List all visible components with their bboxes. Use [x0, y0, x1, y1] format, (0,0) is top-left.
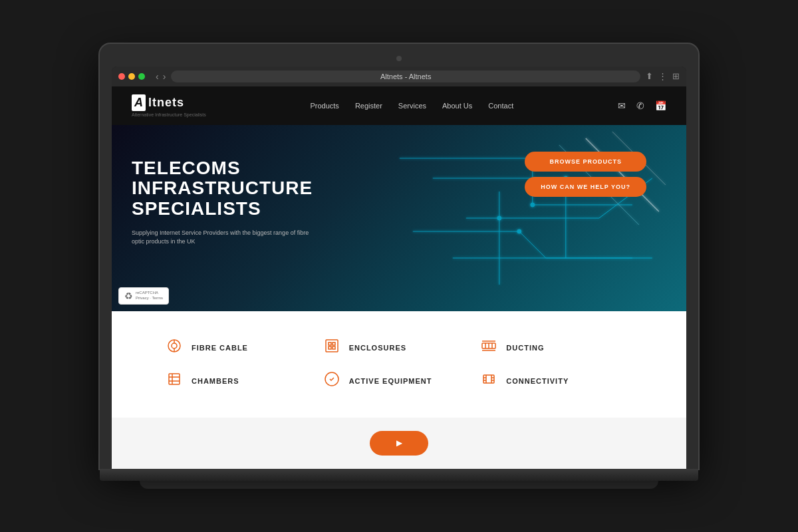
hero-buttons: BROWSE PRODUCTS HOW CAN WE HELP YOU?: [525, 152, 646, 197]
enclosures-label: ENCLOSURES: [349, 344, 406, 352]
forward-button[interactable]: ›: [163, 71, 166, 82]
camera: [396, 56, 402, 61]
close-button[interactable]: [118, 73, 125, 80]
laptop-frame: ‹ › Altnets - Altnets ⬆ ⋮ ⊞: [100, 44, 698, 489]
share-icon[interactable]: ⬆: [646, 71, 653, 81]
address-bar[interactable]: Altnets - Altnets: [171, 70, 640, 82]
phone-icon[interactable]: ✆: [636, 100, 644, 111]
more-icon[interactable]: ⋮: [658, 71, 667, 81]
logo-text: ltnets: [148, 96, 184, 110]
nav-services[interactable]: Services: [398, 102, 426, 110]
browser-nav: ‹ ›: [156, 71, 166, 82]
maximize-button[interactable]: [138, 73, 145, 80]
svg-point-21: [172, 343, 177, 348]
category-connectivity[interactable]: CONNECTIVITY: [481, 371, 632, 391]
hero-content: TELECOMS INFRASTRUCTURE SPECIALISTS Supp…: [132, 158, 398, 247]
laptop-foot: [140, 481, 658, 489]
active-equipment-icon: [324, 371, 342, 391]
svg-rect-35: [169, 374, 180, 384]
browse-products-button[interactable]: BROWSE PRODUCTS: [525, 152, 646, 172]
browser-actions: ⬆ ⋮ ⊞: [646, 71, 680, 81]
logo-icon: A: [132, 94, 146, 111]
hero-subtitle: Supplying Internet Service Providers wit…: [132, 229, 318, 247]
active-equipment-label: ACTIVE EQUIPMENT: [349, 377, 432, 385]
calendar-icon[interactable]: 📅: [655, 100, 666, 111]
logo-tagline: Alternative Infrastructure Specialists: [132, 112, 206, 117]
svg-rect-27: [329, 346, 331, 349]
website-content: A ltnets Alternative Infrastructure Spec…: [112, 86, 686, 469]
svg-rect-25: [329, 342, 331, 345]
hero-title: TELECOMS INFRASTRUCTURE SPECIALISTS: [132, 158, 398, 219]
svg-point-13: [531, 203, 535, 207]
svg-rect-40: [483, 375, 494, 383]
nav-contact[interactable]: Contact: [488, 102, 513, 110]
site-navbar: A ltnets Alternative Infrastructure Spec…: [112, 86, 686, 125]
ducting-label: DUCTING: [506, 344, 544, 352]
screen-bezel: ‹ › Altnets - Altnets ⬆ ⋮ ⊞: [100, 44, 698, 469]
category-chambers[interactable]: CHAMBERS: [166, 371, 317, 391]
categories-section: FIBRE CABLE: [112, 311, 686, 418]
minimize-button[interactable]: [128, 73, 135, 80]
email-icon[interactable]: ✉: [618, 100, 626, 111]
enclosures-icon: [324, 338, 342, 358]
connectivity-icon: [481, 371, 499, 391]
browser-chrome: ‹ › Altnets - Altnets ⬆ ⋮ ⊞: [112, 66, 686, 86]
nav-icons: ✉ ✆ 📅: [618, 100, 666, 111]
svg-rect-26: [332, 342, 335, 345]
category-enclosures[interactable]: ENCLOSURES: [324, 338, 475, 358]
browser-window: ‹ › Altnets - Altnets ⬆ ⋮ ⊞: [112, 66, 686, 469]
nav-products[interactable]: Products: [310, 102, 338, 110]
svg-rect-28: [332, 346, 335, 349]
back-button[interactable]: ‹: [156, 71, 159, 82]
chambers-icon: [166, 371, 185, 391]
svg-rect-24: [326, 340, 338, 352]
svg-point-15: [517, 229, 521, 233]
bottom-cta-button[interactable]: ▶: [370, 431, 428, 456]
nav-register[interactable]: Register: [355, 102, 382, 110]
connectivity-label: CONNECTIVITY: [506, 377, 569, 385]
laptop-base: [100, 469, 698, 481]
fibre-cable-icon: [166, 338, 185, 358]
bottom-cta: ▶: [112, 418, 686, 469]
recaptcha-badge: ♻ reCAPTCHAPrivacy · Terms: [118, 287, 169, 305]
fibre-cable-label: FIBRE CABLE: [192, 344, 248, 352]
nav-links: Products Register Services About Us Cont…: [310, 102, 513, 110]
grid-icon[interactable]: ⊞: [672, 71, 680, 81]
recaptcha-text: reCAPTCHAPrivacy · Terms: [136, 291, 163, 301]
logo-area[interactable]: A ltnets Alternative Infrastructure Spec…: [132, 94, 206, 117]
svg-line-8: [519, 231, 546, 258]
ducting-icon: [481, 338, 499, 358]
category-fibre-cable[interactable]: FIBRE CABLE: [166, 338, 317, 358]
nav-about[interactable]: About Us: [442, 102, 472, 110]
recaptcha-icon: ♻: [124, 291, 133, 301]
category-ducting[interactable]: DUCTING: [481, 338, 632, 358]
how-can-we-help-button[interactable]: HOW CAN WE HELP YOU?: [525, 177, 646, 197]
traffic-lights: [118, 73, 145, 80]
svg-point-16: [497, 216, 501, 220]
chambers-label: CHAMBERS: [192, 377, 239, 385]
hero-section: TELECOMS INFRASTRUCTURE SPECIALISTS Supp…: [112, 125, 686, 311]
categories-grid: FIBRE CABLE: [166, 338, 632, 391]
category-active-equipment[interactable]: ACTIVE EQUIPMENT: [324, 371, 475, 391]
